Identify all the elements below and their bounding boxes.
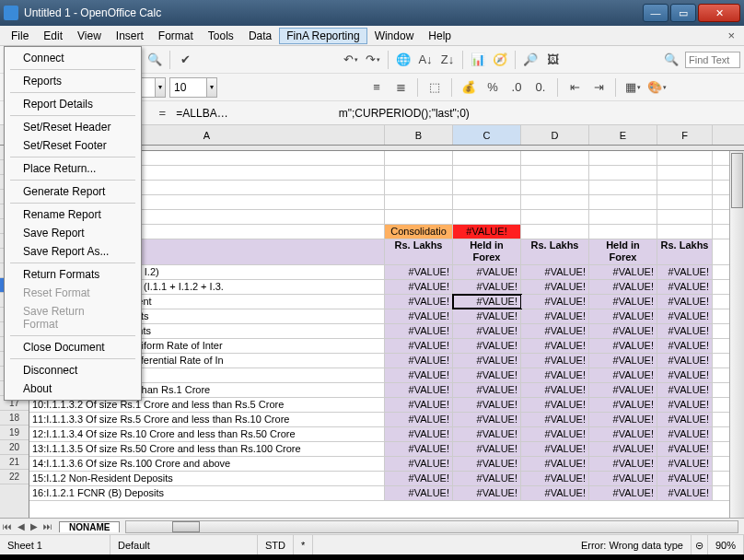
cell-a19[interactable]: 13:I.1.1.3.5 Of size Rs.50 Crore and les… [29,442,385,456]
align-right-button[interactable]: ≡ [366,77,387,98]
menu-format[interactable]: Format [151,28,201,44]
font-size-value: 10 [174,81,186,94]
column-header-C[interactable]: C [453,125,521,145]
menu-data[interactable]: Data [241,28,279,44]
window-title: Untitled 1 - OpenOffice Calc [24,6,161,19]
column-header-D[interactable]: D [521,125,589,145]
menuitem-reset-format: Reset Format [6,284,139,302]
borders-button[interactable]: ▦ [622,77,643,98]
status-style: Default [110,535,258,554]
menuitem-reports[interactable]: Reports [6,72,139,90]
sheet-tab[interactable]: NONAME [59,521,120,532]
close-button[interactable]: ✕ [698,4,740,22]
status-mode: STD [258,535,294,554]
zoom-out-button[interactable]: ⊝ [692,535,708,554]
menu-window[interactable]: Window [367,28,422,44]
menuitem-set-reset-footer[interactable]: Set/Reset Footer [6,136,139,155]
row-header-22[interactable]: 22 [0,470,29,484]
menuitem-save-report-as-[interactable]: Save Report As... [6,242,139,261]
undo-button[interactable]: ↶ [341,50,361,70]
menuitem-disconnect[interactable]: Disconnect [6,361,139,379]
merge-cells-button[interactable]: ⬚ [424,77,445,98]
formula-input[interactable]: =ALLBA… m";CURPERIOD();"last";0) [176,107,740,120]
doc-close-icon[interactable]: × [722,27,740,44]
tab-last-button[interactable]: ⏭ [41,521,55,531]
gallery-button[interactable]: 🖼 [542,50,563,70]
menuitem-place-return-[interactable]: Place Return... [6,159,139,178]
sort-desc-button[interactable]: Z↓ [437,50,458,70]
percent-button[interactable]: % [482,77,503,98]
status-modified: * [294,535,313,554]
find-button[interactable]: 🔎 [520,50,541,70]
add-decimal-button[interactable]: .0 [506,77,527,98]
active-cell[interactable]: #VALUE! [453,295,521,309]
menu-file[interactable]: File [4,28,36,44]
status-sheet: Sheet 1 [0,535,110,554]
window-titlebar: Untitled 1 - OpenOffice Calc — ▭ ✕ [0,0,744,26]
equals-button[interactable]: = [152,103,172,123]
tab-next-button[interactable]: ▶ [28,521,41,531]
font-size-combo[interactable]: 10▾ [169,77,217,98]
cell-a22[interactable]: 16:I.1.2.1 FCNR (B) Deposits [29,486,385,500]
menu-tools[interactable]: Tools [201,28,241,44]
bgcolor-button[interactable]: 🎨 [646,77,667,98]
menuitem-report-details[interactable]: Report Details [6,95,139,113]
sort-asc-button[interactable]: A↓ [415,50,436,70]
column-header-B[interactable]: B [385,125,453,145]
menuitem-save-return-format: Save Return Format [6,302,139,333]
tab-prev-button[interactable]: ◀ [15,521,28,531]
menubar: FileEditViewInsertFormatToolsDataFinA Re… [0,26,744,46]
remove-decimal-button[interactable]: 0. [530,77,551,98]
menu-help[interactable]: Help [421,28,459,44]
fina-reporting-menu: ConnectReportsReport DetailsSet/Reset He… [4,46,142,401]
status-bar: Sheet 1 Default STD * Error: Wrong data … [0,534,744,554]
row-header-19[interactable]: 19 [0,426,29,440]
cell-a17[interactable]: 11:I.1.1.3.3 Of size Rs.5 Crore and less… [29,413,385,426]
menu-edit[interactable]: Edit [36,28,70,44]
maximize-button[interactable]: ▭ [670,4,696,22]
menuitem-set-reset-header[interactable]: Set/Reset Header [6,118,139,136]
find-icon: 🔍 [661,50,681,70]
row-header-18[interactable]: 18 [0,411,29,426]
column-header-F[interactable]: F [657,125,713,145]
sheet-tabs: ⏮ ◀ ▶ ⏭ NONAME [0,518,744,534]
menu-fina-reporting[interactable]: FinA Reporting [279,28,366,44]
column-header-E[interactable]: E [589,125,657,145]
menuitem-close-document[interactable]: Close Document [6,338,139,356]
menu-view[interactable]: View [70,28,109,44]
dec-indent-button[interactable]: ⇤ [564,77,585,98]
chart-button[interactable]: 📊 [468,50,488,70]
currency-button[interactable]: 💰 [459,77,479,98]
row-header-20[interactable]: 20 [0,440,29,455]
menuitem-rename-report[interactable]: Rename Report [6,205,139,224]
menuitem-generate-report[interactable]: Generate Report [6,182,139,201]
cell-a20[interactable]: 14:I.1.1.3.6 Of size Rs.100 Crore and ab… [29,457,385,471]
zoom-level[interactable]: 90% [708,535,744,554]
cell-a21[interactable]: 15:I.1.2 Non-Resident Deposits [29,472,385,485]
status-error: Error: Wrong data type [313,535,692,554]
horizontal-scrollbar[interactable] [125,520,738,533]
hyperlink-button[interactable]: 🌐 [393,50,413,70]
cell-a18[interactable]: 12:I.1.1.3.4 Of size Rs.10 Crore and les… [29,427,385,441]
inc-indent-button[interactable]: ⇥ [588,77,609,98]
menuitem-about[interactable]: About [6,379,139,398]
tab-first-button[interactable]: ⏮ [0,521,15,531]
redo-button[interactable]: ↷ [363,50,383,70]
navigator-button[interactable]: 🧭 [490,50,510,70]
spellcheck-button[interactable]: ✔ [175,50,195,70]
menuitem-connect[interactable]: Connect [6,49,139,67]
justify-button[interactable]: ≣ [390,77,411,98]
vertical-scrollbar[interactable] [729,151,744,518]
standard-toolbar: 📄 📂 💾 ✉ 📕 🖨 🔍 ✔ ConnectReportsReport Det… [0,46,744,74]
row-header-21[interactable]: 21 [0,455,29,470]
minimize-button[interactable]: — [643,4,668,22]
menuitem-return-formats[interactable]: Return Formats [6,265,139,284]
find-input[interactable] [685,52,740,68]
menu-insert[interactable]: Insert [109,28,151,44]
menuitem-save-report[interactable]: Save Report [6,224,139,242]
app-icon [4,6,18,20]
preview-button[interactable]: 🔍 [145,50,165,70]
